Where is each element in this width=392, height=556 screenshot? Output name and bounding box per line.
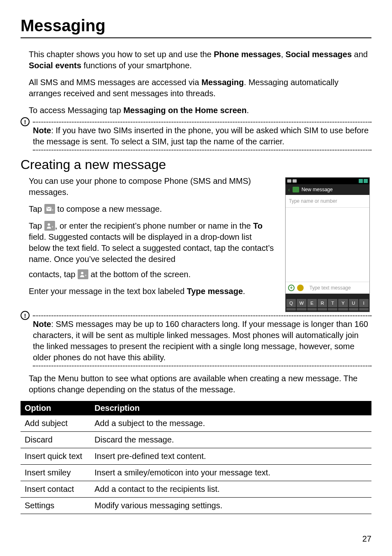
cell: Modify various messaging settings. — [90, 498, 371, 514]
phone-compose-bar: + Type text message — [286, 282, 369, 294]
phone-status-bar — [286, 178, 369, 184]
intro-paragraph-1: This chapter shows you how to set up and… — [29, 49, 371, 71]
options-table: Option Description Add subjectAdd a subj… — [21, 401, 371, 514]
note-block-1: ! Note: If you have two SIMs inserted in… — [21, 122, 371, 151]
cell: Insert quick text — [21, 448, 90, 465]
text: Enter your message in the text box label… — [29, 287, 187, 296]
message-input[interactable]: Type text message — [306, 285, 367, 291]
text: contacts, tap — [29, 270, 78, 279]
cell: Add subject — [21, 415, 90, 432]
phone-app-bar: ‹ New message — [286, 184, 369, 195]
title-rule — [21, 37, 371, 38]
text: : SMS messages may be up to 160 characte… — [33, 320, 368, 362]
phone-screenshot: ‹ New message Type name or number + Type… — [285, 177, 370, 312]
compose-icon: + — [44, 204, 55, 214]
table-row: Add subjectAdd a subject to the message. — [21, 415, 371, 432]
table-row: SettingsModify various messaging setting… — [21, 498, 371, 514]
alert-icon: ! — [21, 117, 30, 126]
intro-paragraph-3: To access Messaging tap Messaging on the… — [29, 105, 371, 116]
text: All SMS and MMS messages are accessed vi… — [29, 78, 201, 87]
cell: Discard — [21, 432, 90, 448]
text: functions of your smartphone. — [81, 61, 192, 70]
attach-icon[interactable]: + — [288, 285, 295, 291]
note-label: Note — [33, 126, 51, 135]
section-paragraph-5: Enter your message in the text box label… — [29, 286, 275, 297]
table-row: Insert smileyInsert a smiley/emoticon in… — [21, 465, 371, 481]
text: Phone messages — [214, 50, 281, 59]
back-icon[interactable]: ‹ — [288, 187, 290, 192]
text: . — [247, 106, 249, 115]
text: Type message — [187, 287, 243, 296]
keyboard-key[interactable]: T — [328, 299, 337, 307]
keyboard-key[interactable]: W — [297, 299, 306, 307]
page-title: Messaging — [21, 16, 371, 35]
keyboard-key[interactable]: R — [318, 299, 327, 307]
alert-icon: ! — [21, 311, 30, 320]
section-title: Creating a new message — [21, 157, 371, 172]
keyboard-key[interactable]: I — [359, 299, 369, 307]
after-note-paragraph: Tap the Menu button to see what options … — [29, 373, 371, 395]
keyboard-key[interactable]: U — [349, 299, 358, 307]
svg-text:+: + — [52, 208, 53, 212]
phone-body — [286, 208, 369, 282]
phone-keyboard-row2 — [286, 308, 369, 312]
text: to compose a new message. — [55, 204, 162, 213]
section-paragraph-3: Tap + , or enter the recipient’s phone n… — [29, 220, 275, 265]
text: Tap — [29, 221, 44, 230]
message-icon — [293, 187, 299, 192]
text: , or enter the recipient’s phone number … — [55, 221, 253, 230]
text: at the bottom of the screen. — [88, 270, 191, 279]
table-header-description: Description — [90, 401, 371, 415]
note-label: Note — [33, 320, 51, 329]
text: . — [243, 287, 245, 296]
text: To — [253, 221, 263, 230]
keyboard-key[interactable]: Q — [286, 299, 296, 307]
cell: Insert contact — [21, 481, 90, 498]
text: Messaging — [201, 78, 244, 87]
text: field. Suggested contacts will be displa… — [29, 232, 274, 264]
section-paragraph-1: You can use your phone to compose Phone … — [29, 176, 275, 198]
cell: Add a contact to the recipients list. — [90, 481, 371, 498]
dashed-rule — [33, 122, 371, 123]
table-row: DiscardDiscard the message. — [21, 432, 371, 448]
emoji-icon[interactable] — [297, 285, 304, 291]
table-row: Insert quick textInsert pre-defined text… — [21, 448, 371, 465]
add-contact-icon: + — [44, 221, 55, 231]
dashed-rule — [33, 315, 371, 316]
text: Messaging on the Home screen — [123, 106, 247, 115]
text: and — [352, 50, 368, 59]
table-header-option: Option — [21, 401, 90, 415]
text: Social messages — [286, 50, 352, 59]
cell: Insert a smiley/emoticon into your messa… — [90, 465, 371, 481]
text: To access Messaging tap — [29, 106, 123, 115]
page-number: 27 — [362, 534, 371, 544]
section-paragraph-2: Tap + to compose a new message. — [29, 204, 275, 215]
svg-point-4 — [81, 272, 83, 274]
phone-keyboard-row: Q W E R T Y U I — [286, 298, 369, 308]
section-paragraph-4: contacts, tap + at the bottom of the scr… — [29, 269, 275, 280]
dashed-rule — [33, 366, 371, 366]
cell: Insert smiley — [21, 465, 90, 481]
cell: Insert pre-defined text content. — [90, 448, 371, 465]
note-text: Note: SMS messages may be up to 160 char… — [33, 319, 371, 363]
text: This chapter shows you how to set up and… — [29, 50, 214, 59]
text: Tap — [29, 204, 44, 213]
text: , — [281, 50, 286, 59]
svg-text:+: + — [85, 273, 87, 278]
add-contact-icon: + — [78, 269, 88, 279]
svg-text:+: + — [51, 225, 53, 229]
keyboard-key[interactable]: E — [307, 299, 317, 307]
cell: Add a subject to the message. — [90, 415, 371, 432]
intro-paragraph-2: All SMS and MMS messages are accessed vi… — [29, 77, 371, 99]
svg-point-2 — [48, 223, 50, 226]
recipient-input[interactable]: Type name or number — [286, 195, 369, 208]
cell: Settings — [21, 498, 90, 514]
dashed-rule — [33, 150, 371, 151]
phone-title: New message — [302, 187, 333, 192]
note-text: Note: If you have two SIMs inserted in t… — [33, 125, 371, 147]
note-block-2: ! Note: SMS messages may be up to 160 ch… — [21, 315, 371, 366]
cell: Discard the message. — [90, 432, 371, 448]
table-row: Insert contactAdd a contact to the recip… — [21, 481, 371, 498]
keyboard-key[interactable]: Y — [338, 299, 348, 307]
text: : If you have two SIMs inserted in the p… — [33, 126, 369, 146]
